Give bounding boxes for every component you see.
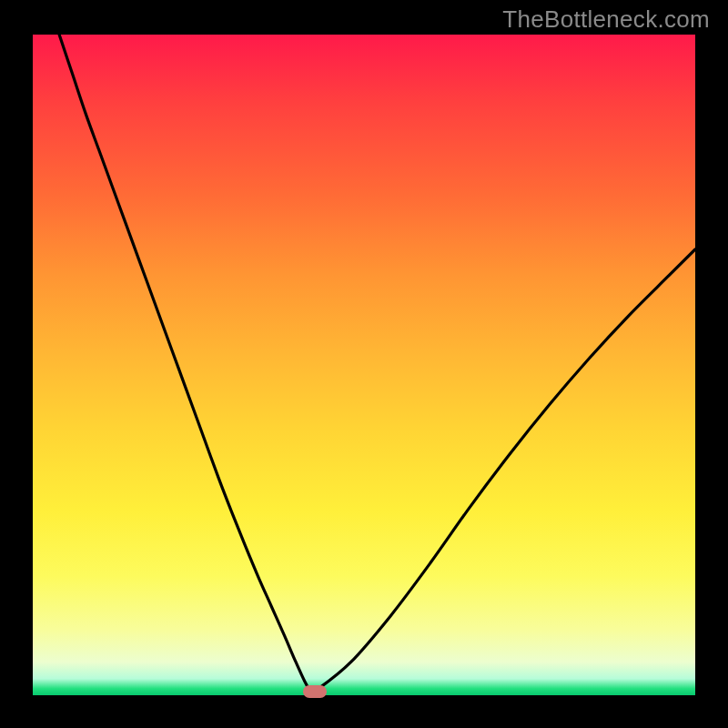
plot-area xyxy=(33,35,695,695)
watermark-text: TheBottleneck.com xyxy=(502,5,710,34)
curve-svg xyxy=(33,35,695,695)
optimal-marker xyxy=(303,685,327,698)
bottleneck-curve xyxy=(59,35,695,693)
chart-container: TheBottleneck.com xyxy=(0,0,728,728)
